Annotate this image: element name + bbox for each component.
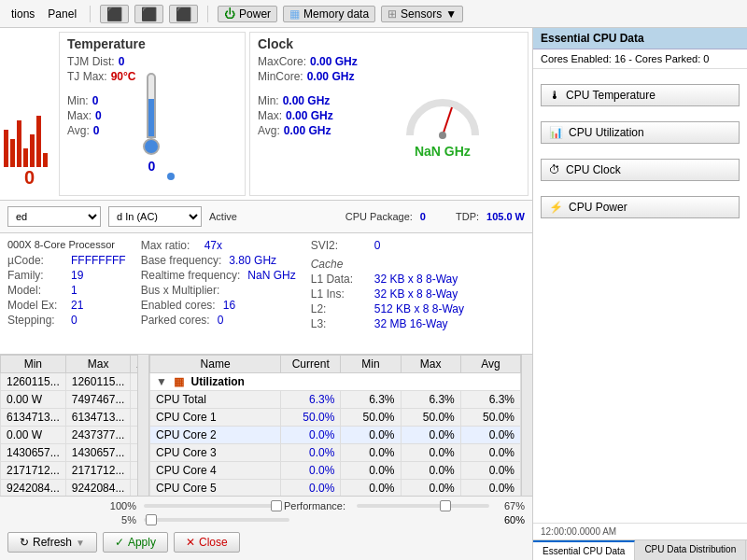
bottom-controls: 100% Performance: 67% 5% 60% (0, 496, 532, 560)
parked-cores-label: Parked cores: (141, 314, 210, 327)
temp-min-value: 0 (92, 94, 99, 107)
table-row[interactable]: CPU Core 20.0%0.0%0.0%0.0% (150, 427, 521, 444)
sub-left-val: 5% (108, 514, 136, 525)
tdp-label: TDP: (456, 211, 479, 222)
svi2-value: 0 (374, 239, 381, 252)
table-row[interactable]: 0.00 W7497467... (1, 391, 150, 409)
thermometer-icon: 🌡 (549, 89, 560, 102)
toolbar-icon-1[interactable]: ⬛ (100, 5, 129, 23)
utilization-chart-icon: 📊 (549, 126, 563, 139)
menu-panel[interactable]: Panel (44, 6, 80, 22)
family-label: Family: (7, 269, 63, 282)
bottom-tabs: Essential CPU Data CPU Data Distribution… (533, 539, 747, 560)
bus-mult-label: Bus x Multiplier: (141, 284, 220, 297)
col-max: Max (401, 356, 460, 373)
table-row[interactable]: CPU Core 50.0%0.0%0.0%0.0% (150, 480, 521, 497)
tab-essential-cpu[interactable]: Essential CPU Data (533, 540, 635, 560)
sub-slider[interactable] (144, 518, 289, 522)
tjm-dist-value: 0 (119, 55, 125, 68)
parked-cores-value: 0 (218, 314, 224, 327)
temp-max-label: Max: (67, 109, 92, 122)
temp-avg-value: 0 (93, 124, 100, 137)
cores-info: Cores Enabled: 16 - Cores Parked: 0 (533, 49, 747, 69)
cpu-info-section: 000X 8-Core Processor µCode: FFFFFFFF Fa… (0, 233, 532, 355)
tab-data-distribution[interactable]: CPU Data Distribution (635, 540, 746, 560)
right-scrollbar[interactable] (521, 355, 532, 496)
utilization-icon: ▦ (174, 375, 184, 388)
cpu-utilization-button[interactable]: 📊 CPU Utilization (541, 121, 740, 144)
table-row[interactable]: 9242084...9242084... (1, 480, 150, 497)
dropdown-2[interactable]: d In (AC) (108, 206, 202, 227)
table-row[interactable]: CPU Core 30.0%0.0%0.0%0.0% (150, 444, 521, 462)
performance-label: Performance: (284, 500, 349, 511)
realtime-freq-label: Realtime frequency: (141, 269, 241, 282)
table-row[interactable]: CPU Core 150.0%50.0%50.0%50.0% (150, 409, 521, 427)
clock-min-label: Min: (258, 94, 279, 107)
close-icon: ✕ (186, 536, 195, 549)
apply-icon: ✓ (115, 536, 124, 549)
model-label: Model: (7, 284, 63, 297)
refresh-icon: ↻ (20, 536, 29, 549)
table-row[interactable]: 0.00 W2437377... (1, 427, 150, 444)
speedometer-gauge (401, 89, 485, 140)
toolbar-icon-2[interactable]: ⬛ (134, 5, 163, 23)
col-current: Current (281, 356, 341, 373)
table-row[interactable]: 2171712...2171712... (1, 462, 150, 480)
left-scrollbar[interactable] (137, 355, 148, 496)
clock-min-value: 0.00 GHz (283, 94, 331, 107)
cpu-temperature-button[interactable]: 🌡 CPU Temperature (541, 84, 740, 106)
status-time: 12:00:00.0000 AM (533, 523, 747, 539)
stepping-label: Stepping: (7, 314, 63, 327)
cpu-package-value: 0 (420, 211, 426, 222)
enabled-cores-label: Enabled cores: (141, 299, 216, 312)
tjm-dist-label: TJM Dist: (67, 55, 115, 68)
toolbar-icon-3[interactable]: ⬛ (169, 5, 198, 23)
col-max-left: Max (65, 356, 131, 373)
refresh-dropdown-arrow[interactable]: ▼ (76, 538, 85, 548)
dropdown-1[interactable]: ed (7, 206, 101, 227)
mincore-value: 0.00 GHz (307, 70, 355, 83)
col-min: Min (341, 356, 401, 373)
cpu-power-button[interactable]: ⚡ CPU Power (541, 196, 740, 218)
thermometer (143, 73, 160, 155)
clock-max-label: Max: (258, 109, 282, 122)
bar-value: 0 (24, 167, 35, 189)
table-row[interactable]: 1430657...1430657... (1, 444, 150, 462)
close-button[interactable]: ✕ Close (174, 532, 240, 553)
table-row[interactable]: CPU Core 40.0%0.0%0.0%0.0% (150, 462, 521, 480)
l1-data-value: 32 KB x 8 8-Way (374, 273, 458, 286)
cpu-clock-button[interactable]: ⏱ CPU Clock (541, 159, 740, 181)
ucode-label: µCode: (7, 254, 63, 267)
middle-section: ed d In (AC) Active CPU Package: 0 TDP: … (0, 201, 532, 233)
power-icon: ⚡ (549, 201, 563, 214)
temperature-box: Temperature TJM Dist: 0 TJ Max: 90°C (59, 32, 246, 196)
expand-icon[interactable]: ▼ (156, 375, 167, 388)
table-row[interactable]: CPU Total6.3%6.3%6.3%6.3% (150, 391, 521, 409)
performance-slider-top[interactable] (144, 504, 276, 508)
active-label: Active (209, 211, 237, 222)
performance-slider-bottom[interactable] (357, 504, 489, 508)
power-button[interactable]: ⏻ Power (218, 6, 277, 22)
table-section: Min Max Avg 1260115...1260115... 0.00 W7… (0, 355, 532, 496)
table-row[interactable]: 1260115...1260115... (1, 373, 150, 391)
ucode-value: FFFFFFFF (71, 254, 126, 267)
apply-button[interactable]: ✓ Apply (103, 532, 168, 553)
table-row[interactable]: 6134713...6134713... (1, 409, 150, 427)
perf-left-val: 100% (108, 500, 136, 511)
utilization-label: Utilization (191, 375, 245, 388)
right-panel-header: Essential CPU Data (533, 28, 747, 49)
temperature-title: Temperature (67, 36, 237, 51)
memory-data-button[interactable]: ▦ Memory data (283, 6, 375, 22)
clock-max-value: 0.00 GHz (286, 109, 333, 122)
temp-display: 0 (148, 159, 156, 174)
realtime-freq-value: NaN GHz (247, 269, 295, 282)
temp-avg-label: Avg: (67, 124, 90, 137)
menu-tions[interactable]: tions (7, 6, 38, 22)
toolbar: tions Panel ⬛ ⬛ ⬛ ⏻ Power ▦ Memory data … (0, 0, 747, 28)
model-ex-value: 21 (71, 299, 83, 312)
processor-name: 000X 8-Core Processor (7, 239, 126, 250)
sensors-button[interactable]: ⊞ Sensors ▼ (381, 6, 463, 22)
mini-bar-chart (4, 111, 48, 167)
clock-icon: ⏱ (549, 163, 560, 176)
refresh-button[interactable]: ↻ Refresh ▼ (7, 532, 97, 553)
